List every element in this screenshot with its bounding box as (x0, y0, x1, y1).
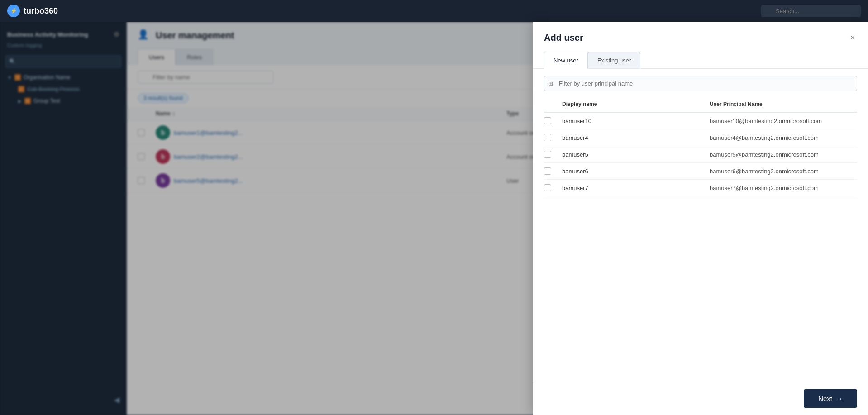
modal-display-name-4: bamuser7 (562, 185, 710, 191)
modal-upn-3: bamuser6@bamtesting2.onmicrosoft.com (710, 168, 857, 175)
modal-table-row: bamuser4 bamuser4@bamtesting2.onmicrosof… (544, 129, 857, 146)
modal-row-checkbox-3[interactable] (544, 167, 551, 175)
modal-upn-1: bamuser4@bamtesting2.onmicrosoft.com (710, 134, 857, 141)
logo-icon: ⚡ (7, 5, 20, 17)
modal-upn-2: bamuser5@bamtesting2.onmicrosoft.com (710, 151, 857, 158)
nav-search-container: 🔍 (761, 5, 861, 17)
modal-tabs: New user Existing user (533, 52, 868, 69)
modal-table-row: bamuser6 bamuser6@bamtesting2.onmicrosof… (544, 163, 857, 180)
top-nav: ⚡ turbo360 🔍 (0, 0, 868, 22)
modal-row-checkbox-1[interactable] (544, 134, 551, 141)
modal-table-row: bamuser5 bamuser5@bamtesting2.onmicrosof… (544, 146, 857, 163)
modal-tab-existing-user[interactable]: Existing user (588, 52, 640, 68)
modal-display-name-2: bamuser5 (562, 151, 710, 158)
modal-checkbox-col (544, 101, 562, 107)
add-user-modal: Add user × New user Existing user ⊞ Disp… (533, 22, 868, 415)
modal-tab-new-user[interactable]: New user (544, 52, 588, 69)
next-arrow-icon: → (836, 395, 843, 402)
modal-footer: Next → (533, 382, 868, 415)
modal-filter-icon: ⊞ (548, 81, 553, 87)
modal-header: Add user × (533, 22, 868, 52)
modal-row-checkbox-0[interactable] (544, 117, 551, 124)
modal-display-name-3: bamuser6 (562, 168, 710, 175)
modal-upn-0: bamuser10@bamtesting2.onmicrosoft.com (710, 118, 857, 124)
modal-row-checkbox-4[interactable] (544, 184, 551, 191)
nav-search-input[interactable] (761, 5, 861, 17)
modal-close-button[interactable]: × (848, 31, 857, 45)
next-button[interactable]: Next → (804, 389, 857, 408)
modal-title: Add user (544, 33, 583, 43)
modal-upn-4: bamuser7@bamtesting2.onmicrosoft.com (710, 185, 857, 191)
modal-table: Display name User Principal Name bamuser… (533, 96, 868, 382)
modal-filter-wrap: ⊞ (544, 76, 857, 91)
modal-col-display-name: Display name (562, 101, 710, 107)
modal-table-row: bamuser7 bamuser7@bamtesting2.onmicrosof… (544, 180, 857, 196)
app-name: turbo360 (24, 6, 58, 16)
app-logo: ⚡ turbo360 (7, 5, 58, 17)
modal-filter-input[interactable] (544, 76, 857, 91)
main-layout: Business Activity Monitoring ⚙ Custom lo… (0, 22, 868, 415)
modal-col-upn: User Principal Name (710, 101, 857, 107)
modal-row-checkbox-2[interactable] (544, 151, 551, 158)
modal-table-header: Display name User Principal Name (544, 96, 857, 113)
modal-display-name-0: bamuser10 (562, 118, 710, 124)
modal-filter-row: ⊞ (533, 76, 868, 96)
modal-display-name-1: bamuser4 (562, 134, 710, 141)
next-label: Next (818, 395, 832, 402)
modal-table-row: bamuser10 bamuser10@bamtesting2.onmicros… (544, 113, 857, 129)
